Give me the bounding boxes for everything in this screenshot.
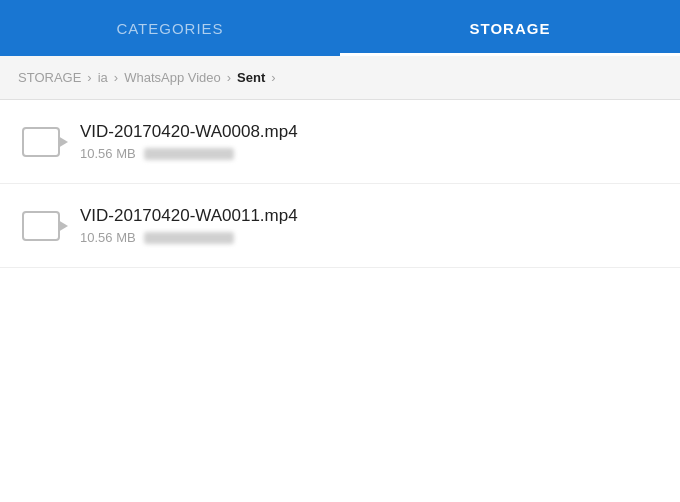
file-date-blurred <box>144 232 234 244</box>
breadcrumb-item-ia[interactable]: ia <box>98 70 108 85</box>
file-info: VID-20170420-WA0008.mp4 10.56 MB <box>80 122 660 161</box>
video-camera-icon <box>22 127 60 157</box>
file-info: VID-20170420-WA0011.mp4 10.56 MB <box>80 206 660 245</box>
list-item[interactable]: VID-20170420-WA0008.mp4 10.56 MB <box>0 100 680 184</box>
chevron-right-icon-4: › <box>271 71 275 84</box>
tab-bar: CATEGORIES STORAGE <box>0 0 680 56</box>
tab-categories-label: CATEGORIES <box>116 20 223 37</box>
file-icon <box>20 125 62 159</box>
breadcrumb: STORAGE › ia › WhatsApp Video › Sent › <box>0 56 680 100</box>
chevron-right-icon-3: › <box>227 71 231 84</box>
file-name: VID-20170420-WA0008.mp4 <box>80 122 660 142</box>
chevron-right-icon-2: › <box>114 71 118 84</box>
chevron-right-icon-1: › <box>87 71 91 84</box>
tab-storage-label: STORAGE <box>470 20 551 37</box>
file-size: 10.56 MB <box>80 146 136 161</box>
file-list: VID-20170420-WA0008.mp4 10.56 MB VID-201… <box>0 100 680 268</box>
file-size: 10.56 MB <box>80 230 136 245</box>
breadcrumb-item-storage[interactable]: STORAGE <box>18 70 81 85</box>
file-meta: 10.56 MB <box>80 230 660 245</box>
tab-categories[interactable]: CATEGORIES <box>0 0 340 56</box>
file-name: VID-20170420-WA0011.mp4 <box>80 206 660 226</box>
list-item[interactable]: VID-20170420-WA0011.mp4 10.56 MB <box>0 184 680 268</box>
file-icon <box>20 209 62 243</box>
breadcrumb-item-whatsapp-video[interactable]: WhatsApp Video <box>124 70 221 85</box>
file-meta: 10.56 MB <box>80 146 660 161</box>
file-date-blurred <box>144 148 234 160</box>
video-camera-icon <box>22 211 60 241</box>
tab-storage[interactable]: STORAGE <box>340 0 680 56</box>
breadcrumb-item-sent: Sent <box>237 70 265 85</box>
